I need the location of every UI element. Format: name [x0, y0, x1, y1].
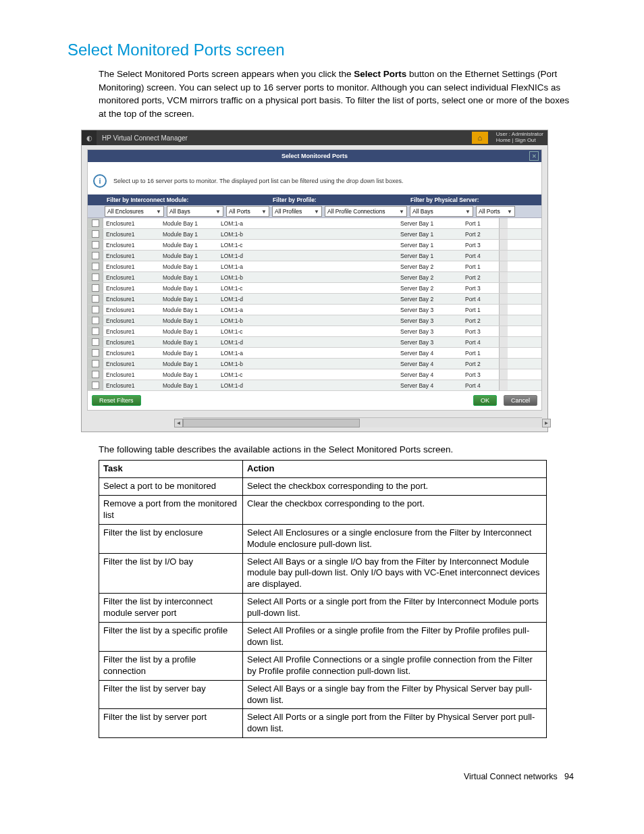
scroll-thumb[interactable] [183, 419, 360, 427]
vscroll-gutter[interactable] [499, 261, 508, 271]
cell-server-bay: Server Bay 4 [400, 361, 465, 367]
table-row: Enclosure1Module Bay 1LOM:1-dServer Bay … [88, 251, 541, 261]
cell-module-port: LOM:1-d [221, 296, 267, 303]
page-title: Select Monitored Ports screen [68, 41, 576, 59]
app-title: HP Virtual Connect Manager [102, 134, 468, 142]
port-checkbox[interactable] [92, 338, 99, 346]
cell-module-bay: Module Bay 1 [163, 231, 221, 238]
port-checkbox[interactable] [92, 219, 99, 227]
intro-pre: The Select Monitored Ports screen appear… [99, 69, 354, 79]
cell-enclosure: Enclosure1 [103, 220, 163, 227]
cell-module-port: LOM:1-b [221, 231, 267, 238]
vscroll-gutter[interactable] [499, 240, 508, 250]
port-checkbox[interactable] [92, 328, 99, 335]
cell-server-port: Port 1 [465, 307, 499, 313]
cell-module-port: LOM:1-c [221, 242, 267, 249]
vscroll-gutter[interactable] [499, 294, 508, 304]
cell-module-bay: Module Bay 1 [163, 220, 221, 227]
chevron-down-icon: ▼ [215, 209, 221, 215]
profile-select[interactable]: All Profiles▼ [272, 206, 322, 217]
ok-button[interactable]: OK [473, 395, 497, 406]
vscroll-gutter[interactable] [499, 380, 508, 390]
app-topbar: ◐ HP Virtual Connect Manager ⌂ User : Ad… [82, 130, 547, 145]
module-port-select[interactable]: All Ports▼ [226, 206, 269, 217]
vscroll-gutter[interactable] [499, 251, 508, 261]
vscroll-gutter[interactable] [499, 229, 508, 239]
row-checkbox-cell [88, 348, 103, 358]
cell-module-port: LOM:1-c [221, 285, 267, 292]
vscroll-gutter[interactable] [499, 272, 508, 282]
table-row: Enclosure1Module Bay 1LOM:1-dServer Bay … [88, 294, 541, 305]
vscroll-gutter[interactable] [499, 305, 508, 315]
close-icon[interactable]: ✕ [529, 151, 539, 161]
port-checkbox[interactable] [92, 263, 99, 270]
cell-module-port: LOM:1-b [221, 317, 267, 324]
vscroll-gutter[interactable] [499, 315, 508, 325]
port-checkbox[interactable] [92, 241, 99, 249]
row-checkbox-cell [88, 240, 103, 250]
row-checkbox-cell [88, 369, 103, 380]
hint-row: i Select up to 16 server ports to monito… [88, 162, 541, 194]
cell-server-bay: Server Bay 1 [400, 253, 465, 259]
row-checkbox-cell [88, 315, 103, 325]
port-checkbox[interactable] [92, 317, 99, 324]
port-checkbox[interactable] [92, 349, 99, 357]
cell-module-bay: Module Bay 1 [163, 263, 221, 270]
port-checkbox[interactable] [92, 284, 99, 292]
port-checkbox[interactable] [92, 273, 99, 281]
cell-module-bay: Module Bay 1 [163, 253, 221, 259]
cell-task: Select a port to be monitored [99, 478, 243, 496]
signout-link[interactable]: Sign Out [515, 137, 536, 143]
port-checkbox[interactable] [92, 306, 99, 313]
table-row: Enclosure1Module Bay 1LOM:1-dServer Bay … [88, 337, 541, 348]
info-icon: i [93, 174, 107, 188]
cell-action: Clear the checkbox corresponding to the … [243, 496, 547, 525]
vscroll-gutter[interactable] [499, 369, 508, 380]
module-bay-select[interactable]: All Bays▼ [167, 206, 223, 217]
cell-server-bay: Server Bay 1 [400, 242, 465, 249]
filter-group-im: Filter by Interconnect Module: [104, 196, 270, 204]
server-bay-select[interactable]: All Bays▼ [410, 206, 473, 217]
cell-server-port: Port 2 [465, 274, 499, 281]
vscroll-gutter[interactable] [499, 337, 508, 347]
port-checkbox[interactable] [92, 252, 99, 259]
server-port-select[interactable]: All Ports▼ [476, 206, 515, 217]
port-checkbox[interactable] [92, 360, 99, 367]
cell-server-port: Port 2 [465, 231, 499, 238]
vscroll-gutter[interactable] [499, 359, 508, 369]
cell-server-port: Port 2 [465, 361, 499, 367]
tab-header: Select Monitored Ports ✕ [88, 150, 541, 162]
home-link[interactable]: Home [496, 137, 510, 143]
vscroll-gutter[interactable] [499, 348, 508, 358]
horizontal-scrollbar[interactable]: ◄ ► [183, 417, 542, 427]
chevron-down-icon: ▼ [261, 209, 267, 215]
vscroll-gutter[interactable] [499, 218, 508, 228]
cell-action: Select All Bays or a single bay from the… [243, 680, 547, 709]
enclosure-select[interactable]: All Enclosures▼ [105, 206, 164, 217]
cell-action: Select All Ports or a single port from t… [243, 709, 547, 738]
port-checkbox[interactable] [92, 382, 99, 389]
cell-server-port: Port 1 [465, 220, 499, 227]
vscroll-gutter[interactable] [499, 326, 508, 336]
port-checkbox[interactable] [92, 371, 99, 378]
chevron-down-icon: ▼ [156, 209, 161, 215]
scroll-right-icon[interactable]: ► [542, 419, 551, 427]
row-checkbox-cell [88, 305, 103, 315]
profile-conn-select[interactable]: All Profile Connections▼ [325, 206, 407, 217]
filter-group-header: Filter by Interconnect Module: Filter by… [88, 194, 541, 205]
home-icon[interactable]: ⌂ [472, 132, 488, 144]
port-checkbox[interactable] [92, 230, 99, 238]
table-row: Enclosure1Module Bay 1LOM:1-aServer Bay … [88, 218, 541, 229]
actions-table: Task Action Select a port to be monitore… [99, 460, 547, 738]
reset-filters-button[interactable]: Reset Filters [92, 395, 141, 406]
user-block: User : Administrator Home | Sign Out [492, 132, 547, 144]
cell-enclosure: Enclosure1 [103, 371, 163, 378]
port-checkbox[interactable] [92, 295, 99, 303]
cell-task: Filter the list by I/O bay [99, 553, 243, 594]
cell-action: Select All Profiles or a single profile … [243, 623, 547, 652]
cell-enclosure: Enclosure1 [103, 253, 163, 259]
vscroll-gutter[interactable] [499, 283, 508, 293]
cancel-button[interactable]: Cancel [504, 395, 537, 406]
cell-module-port: LOM:1-a [221, 307, 267, 313]
scroll-left-icon[interactable]: ◄ [174, 419, 183, 427]
